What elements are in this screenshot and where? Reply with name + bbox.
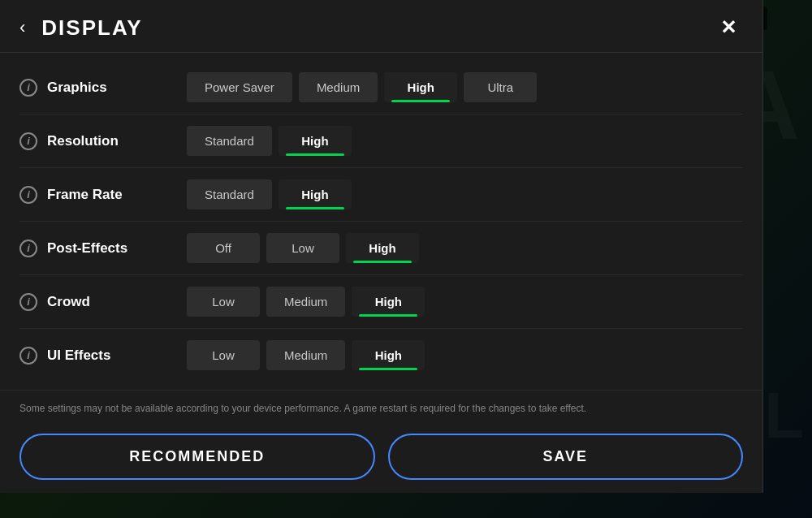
options-group-resolution: StandardHigh bbox=[187, 126, 352, 156]
modal-title: DISPLAY bbox=[41, 15, 704, 41]
option-post-effects-low[interactable]: Low bbox=[266, 233, 339, 263]
option-ui-effects-low[interactable]: Low bbox=[187, 340, 260, 370]
info-icon-ui-effects[interactable]: i bbox=[19, 347, 37, 365]
option-resolution-standard[interactable]: Standard bbox=[187, 126, 272, 156]
setting-label-graphics: Graphics bbox=[47, 80, 177, 96]
setting-row-graphics: iGraphicsPower SaverMediumHighUltra bbox=[19, 61, 743, 114]
option-graphics-ultra[interactable]: Ultra bbox=[464, 72, 537, 102]
option-resolution-high[interactable]: High bbox=[279, 126, 352, 156]
option-crowd-low[interactable]: Low bbox=[187, 287, 260, 317]
options-group-crowd: LowMediumHigh bbox=[187, 287, 425, 317]
option-post-effects-off[interactable]: Off bbox=[187, 233, 260, 263]
setting-label-crowd: Crowd bbox=[47, 294, 177, 310]
recommended-button[interactable]: RECOMMENDED bbox=[19, 434, 375, 480]
options-group-ui-effects: LowMediumHigh bbox=[187, 340, 425, 370]
setting-label-resolution: Resolution bbox=[47, 133, 177, 149]
options-group-graphics: Power SaverMediumHighUltra bbox=[187, 72, 537, 102]
info-icon-graphics[interactable]: i bbox=[19, 79, 37, 97]
option-crowd-medium[interactable]: Medium bbox=[266, 287, 345, 317]
option-frame-rate-standard[interactable]: Standard bbox=[187, 179, 272, 209]
footer-note-text: Some settings may not be available accor… bbox=[19, 403, 586, 414]
setting-row-frame-rate: iFrame RateStandardHigh bbox=[19, 168, 743, 222]
setting-row-crowd: iCrowdLowMediumHigh bbox=[19, 275, 743, 329]
option-graphics-power-saver[interactable]: Power Saver bbox=[187, 72, 292, 102]
option-crowd-high[interactable]: High bbox=[352, 287, 425, 317]
save-button[interactable]: SAVE bbox=[388, 434, 744, 480]
setting-row-resolution: iResolutionStandardHigh bbox=[19, 114, 743, 168]
display-modal: ‹ DISPLAY ✕ iGraphicsPower SaverMediumHi… bbox=[0, 0, 763, 493]
setting-row-post-effects: iPost-EffectsOffLowHigh bbox=[19, 222, 743, 275]
info-icon-crowd[interactable]: i bbox=[19, 293, 37, 311]
back-button[interactable]: ‹ bbox=[13, 15, 32, 40]
modal-overlay: ‹ DISPLAY ✕ iGraphicsPower SaverMediumHi… bbox=[0, 0, 812, 518]
option-post-effects-high[interactable]: High bbox=[346, 233, 419, 263]
option-ui-effects-high[interactable]: High bbox=[352, 340, 425, 370]
modal-header: ‹ DISPLAY ✕ bbox=[0, 0, 762, 53]
option-graphics-high[interactable]: High bbox=[384, 72, 457, 102]
info-icon-post-effects[interactable]: i bbox=[19, 240, 37, 257]
options-group-frame-rate: StandardHigh bbox=[187, 179, 352, 209]
info-icon-resolution[interactable]: i bbox=[19, 132, 37, 150]
option-graphics-medium[interactable]: Medium bbox=[299, 72, 378, 102]
footer-buttons: RECOMMENDED SAVE bbox=[0, 424, 762, 493]
option-frame-rate-high[interactable]: High bbox=[279, 179, 352, 209]
setting-row-ui-effects: iUI EffectsLowMediumHigh bbox=[19, 329, 743, 382]
setting-label-frame-rate: Frame Rate bbox=[47, 187, 177, 203]
options-group-post-effects: OffLowHigh bbox=[187, 233, 419, 263]
setting-label-ui-effects: UI Effects bbox=[47, 347, 177, 364]
footer-note-area: Some settings may not be available accor… bbox=[0, 390, 762, 424]
setting-label-post-effects: Post-Effects bbox=[47, 240, 177, 257]
modal-body: iGraphicsPower SaverMediumHighUltraiReso… bbox=[0, 53, 762, 390]
close-button[interactable]: ✕ bbox=[714, 15, 743, 41]
info-icon-frame-rate[interactable]: i bbox=[19, 186, 37, 204]
option-ui-effects-medium[interactable]: Medium bbox=[266, 340, 345, 370]
